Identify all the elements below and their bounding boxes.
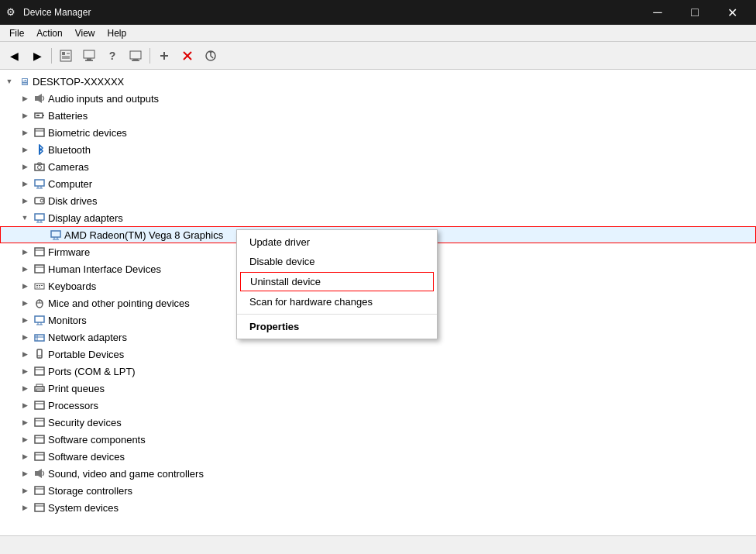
scan-changes-button[interactable] — [200, 45, 222, 67]
expand-keyboards[interactable]: ▶ — [19, 280, 31, 292]
svg-rect-29 — [35, 180, 44, 186]
tree-item-swdev[interactable]: ▶Software devices — [0, 448, 756, 465]
tree-item-computer[interactable]: ▶Computer — [0, 175, 756, 192]
root-expand[interactable]: ▼ — [3, 75, 15, 88]
icon-print — [33, 382, 46, 394]
forward-button[interactable]: ▶ — [26, 45, 48, 67]
tree-item-bluetooth[interactable]: ▶Bluetooth — [0, 141, 756, 158]
label-amd: AMD Radeon(TM) Vega 8 Graphics — [64, 229, 223, 241]
tree-item-sound[interactable]: ▶Sound, video and game controllers — [0, 465, 756, 482]
tree-root[interactable]: ▼ 🖥 DESKTOP-XXXXXX — [0, 73, 756, 90]
tree-item-system[interactable]: ▶System devices — [0, 499, 756, 516]
svg-marker-28 — [37, 163, 42, 164]
tree-item-display[interactable]: ▼Display adapters — [0, 209, 756, 226]
help-button[interactable]: ? — [101, 45, 123, 67]
svg-rect-43 — [35, 248, 44, 256]
tree-item-ports[interactable]: ▶Ports (COM & LPT) — [0, 363, 756, 380]
uninstall-button[interactable] — [177, 45, 198, 67]
expand-swcomp[interactable]: ▶ — [19, 433, 31, 446]
ctx-properties[interactable]: Properties — [237, 317, 437, 336]
menu-file[interactable]: File — [3, 26, 30, 40]
expand-audio[interactable]: ▶ — [19, 92, 31, 105]
show-hidden-button[interactable] — [125, 45, 146, 67]
expand-bluetooth[interactable]: ▶ — [19, 143, 31, 156]
menu-action[interactable]: Action — [30, 26, 68, 40]
icon-batteries — [33, 109, 46, 122]
icon-bluetooth — [33, 143, 46, 156]
expand-swdev[interactable]: ▶ — [19, 450, 31, 463]
ctx-scan-hardware[interactable]: Scan for hardware changes — [237, 292, 437, 311]
add-icon — [158, 50, 170, 62]
update-driver-button[interactable] — [78, 45, 100, 67]
icon-sound — [33, 467, 46, 480]
expand-firmware[interactable]: ▶ — [19, 246, 31, 258]
back-button[interactable]: ◀ — [3, 45, 25, 67]
expand-security[interactable]: ▶ — [19, 416, 31, 428]
icon-hid — [33, 263, 46, 275]
expand-sound[interactable]: ▶ — [19, 467, 31, 480]
svg-rect-73 — [35, 418, 44, 426]
expand-amd[interactable] — [35, 229, 47, 241]
tree-item-portable[interactable]: ▶Portable Devices — [0, 346, 756, 363]
expand-print[interactable]: ▶ — [19, 382, 31, 394]
computer-icon: 🖥 — [18, 75, 30, 88]
label-processors: Processors — [48, 400, 98, 411]
ctx-uninstall-device[interactable]: Uninstall device — [240, 272, 434, 291]
expand-hid[interactable]: ▶ — [19, 263, 31, 275]
ctx-update-driver[interactable]: Update driver — [237, 232, 437, 252]
label-firmware: Firmware — [48, 246, 90, 258]
svg-rect-8 — [130, 51, 141, 59]
tree-item-disk[interactable]: ▶Disk drives — [0, 192, 756, 209]
menu-view[interactable]: View — [69, 26, 101, 40]
expand-monitors[interactable]: ▶ — [19, 314, 31, 326]
icon-audio — [33, 92, 46, 105]
icon-keyboards — [33, 280, 46, 292]
label-display: Display adapters — [48, 212, 123, 224]
tree-item-storage[interactable]: ▶Storage controllers — [0, 482, 756, 499]
monitor-icon — [129, 50, 142, 62]
minimize-button[interactable]: ─ — [640, 0, 675, 25]
label-ports: Ports (COM & LPT) — [48, 366, 136, 377]
svg-marker-80 — [38, 469, 42, 478]
expand-cameras[interactable]: ▶ — [19, 160, 31, 173]
tree-item-audio[interactable]: ▶Audio inputs and outputs — [0, 90, 756, 107]
tree-item-processors[interactable]: ▶Processors — [0, 397, 756, 414]
close-button[interactable]: ✕ — [714, 0, 750, 25]
ctx-disable-device[interactable]: Disable device — [237, 252, 437, 271]
expand-processors[interactable]: ▶ — [19, 399, 31, 411]
expand-portable[interactable]: ▶ — [19, 348, 31, 360]
icon-computer — [33, 177, 46, 190]
label-swcomp: Software components — [48, 434, 146, 446]
svg-rect-45 — [35, 265, 44, 273]
label-disk: Disk drives — [48, 195, 98, 207]
expand-biometric[interactable]: ▶ — [19, 126, 31, 139]
add-legacy-button[interactable] — [153, 45, 175, 67]
expand-disk[interactable]: ▶ — [19, 194, 31, 207]
tree-item-security[interactable]: ▶Security devices — [0, 414, 756, 431]
icon-cameras — [33, 160, 46, 173]
tree-item-batteries[interactable]: ▶Batteries — [0, 107, 756, 124]
tree-item-print[interactable]: ▶Print queues — [0, 380, 756, 397]
tree-item-swcomp[interactable]: ▶Software components — [0, 431, 756, 448]
properties-button[interactable] — [55, 45, 77, 67]
expand-ports[interactable]: ▶ — [19, 365, 31, 377]
menu-help[interactable]: Help — [101, 26, 133, 40]
expand-display[interactable]: ▼ — [19, 212, 31, 224]
app-icon: ⚙ — [6, 6, 19, 19]
svg-point-34 — [40, 199, 43, 202]
icon-biometric — [33, 126, 46, 139]
expand-mice[interactable]: ▶ — [19, 297, 31, 309]
expand-batteries[interactable]: ▶ — [19, 109, 31, 122]
expand-network[interactable]: ▶ — [19, 331, 31, 343]
tree-item-cameras[interactable]: ▶Cameras — [0, 158, 756, 175]
expand-system[interactable]: ▶ — [19, 501, 31, 514]
svg-rect-21 — [35, 129, 44, 136]
maximize-button[interactable]: □ — [677, 0, 713, 25]
expand-storage[interactable]: ▶ — [19, 484, 31, 497]
context-menu: Update driver Disable device Uninstall d… — [236, 229, 438, 339]
svg-rect-83 — [35, 504, 44, 511]
tree-item-biometric[interactable]: ▶Biometric devices — [0, 124, 756, 141]
svg-rect-50 — [41, 285, 43, 286]
expand-computer[interactable]: ▶ — [19, 177, 31, 190]
icon-storage — [33, 484, 46, 497]
